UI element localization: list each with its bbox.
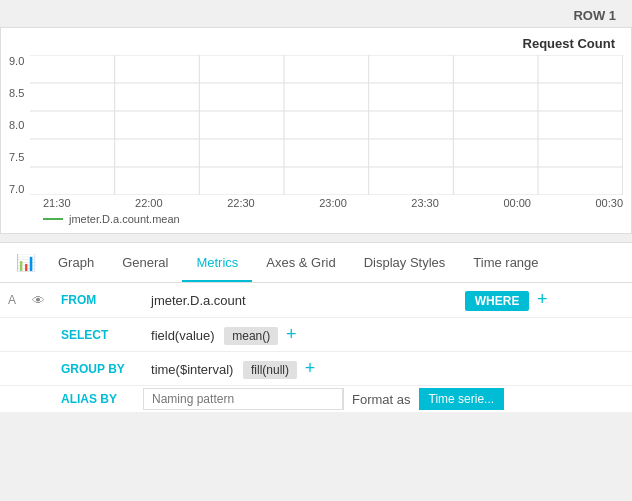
bottom-panel: 📊 Graph General Metrics Axes & Grid Disp… <box>0 242 632 412</box>
mean-button[interactable]: mean() <box>224 327 278 345</box>
alias-by-label: ALIAS BY <box>53 386 143 413</box>
group-by-row: GROUP BY time($interval) fill(null) + <box>0 352 632 386</box>
row-number-empty3 <box>0 386 24 413</box>
add-select-button[interactable]: + <box>282 324 301 345</box>
tab-time-range[interactable]: Time range <box>459 245 552 282</box>
chart-plot <box>30 55 623 195</box>
group-by-label: GROUP BY <box>53 352 143 386</box>
eye-placeholder <box>24 318 53 352</box>
from-value[interactable]: jmeter.D.a.count <box>143 283 457 318</box>
x-axis-label: 22:00 <box>135 197 163 209</box>
row-label: ROW 1 <box>0 0 632 27</box>
legend-text: jmeter.D.a.count.mean <box>69 213 180 225</box>
select-value[interactable]: field(value) mean() + <box>143 318 457 352</box>
chart-area: 9.0 8.5 8.0 7.5 7.0 <box>9 55 623 195</box>
x-axis-label: 23:00 <box>319 197 347 209</box>
row-number: A <box>0 283 24 318</box>
group-by-value[interactable]: time($interval) fill(null) + <box>143 352 457 386</box>
graph-icon: 📊 <box>8 243 44 282</box>
tab-axes-grid[interactable]: Axes & Grid <box>252 245 349 282</box>
fill-null-button[interactable]: fill(null) <box>243 361 297 379</box>
select-extra <box>457 318 632 352</box>
time-interval-text: time($interval) <box>151 362 233 377</box>
y-axis-label: 7.0 <box>9 183 24 195</box>
add-where-button[interactable]: + <box>533 289 552 310</box>
chart-container: Request Count 9.0 8.5 8.0 7.5 7.0 <box>0 27 632 234</box>
from-label: FROM <box>53 283 143 318</box>
tab-general[interactable]: General <box>108 245 182 282</box>
where-cell: WHERE + <box>457 283 632 318</box>
row-number-empty <box>0 318 24 352</box>
y-axis-label: 8.5 <box>9 87 24 99</box>
row-number-empty2 <box>0 352 24 386</box>
y-axis-label: 7.5 <box>9 151 24 163</box>
select-label: SELECT <box>53 318 143 352</box>
select-row: SELECT field(value) mean() + <box>0 318 632 352</box>
x-axis: 21:30 22:00 22:30 23:00 23:30 00:00 00:3… <box>9 197 623 209</box>
from-value-text: jmeter.D.a.count <box>151 293 246 308</box>
group-extra <box>457 352 632 386</box>
tab-display-styles[interactable]: Display Styles <box>350 245 460 282</box>
tab-metrics[interactable]: Metrics <box>182 245 252 282</box>
eye-placeholder2 <box>24 352 53 386</box>
y-axis-label: 9.0 <box>9 55 24 67</box>
y-axis: 9.0 8.5 8.0 7.5 7.0 <box>9 55 30 195</box>
visibility-icon[interactable]: 👁 <box>24 283 53 318</box>
x-axis-label: 23:30 <box>411 197 439 209</box>
x-axis-label: 00:00 <box>503 197 531 209</box>
from-row: A 👁 FROM jmeter.D.a.count WHERE + <box>0 283 632 318</box>
y-axis-label: 8.0 <box>9 119 24 131</box>
time-series-button[interactable]: Time serie... <box>419 388 505 410</box>
alias-by-row: ALIAS BY Format as Time serie... <box>0 386 632 413</box>
format-as-button[interactable]: Format as <box>343 388 419 410</box>
naming-pattern-input[interactable] <box>143 388 343 410</box>
chart-legend: jmeter.D.a.count.mean <box>9 209 623 229</box>
alias-cell-container: Format as Time serie... <box>143 386 632 413</box>
metrics-table: A 👁 FROM jmeter.D.a.count WHERE + SELECT… <box>0 283 632 412</box>
alias-cell: Format as Time serie... <box>143 388 632 410</box>
x-axis-label: 22:30 <box>227 197 255 209</box>
add-group-button[interactable]: + <box>301 358 320 379</box>
tab-graph[interactable]: Graph <box>44 245 108 282</box>
chart-title: Request Count <box>9 36 623 55</box>
x-axis-label: 00:30 <box>595 197 623 209</box>
legend-line-icon <box>43 218 63 220</box>
tabs-bar: 📊 Graph General Metrics Axes & Grid Disp… <box>0 243 632 283</box>
field-value-text: field(value) <box>151 328 215 343</box>
eye-placeholder3 <box>24 386 53 413</box>
where-button[interactable]: WHERE <box>465 291 530 311</box>
x-axis-label: 21:30 <box>43 197 71 209</box>
